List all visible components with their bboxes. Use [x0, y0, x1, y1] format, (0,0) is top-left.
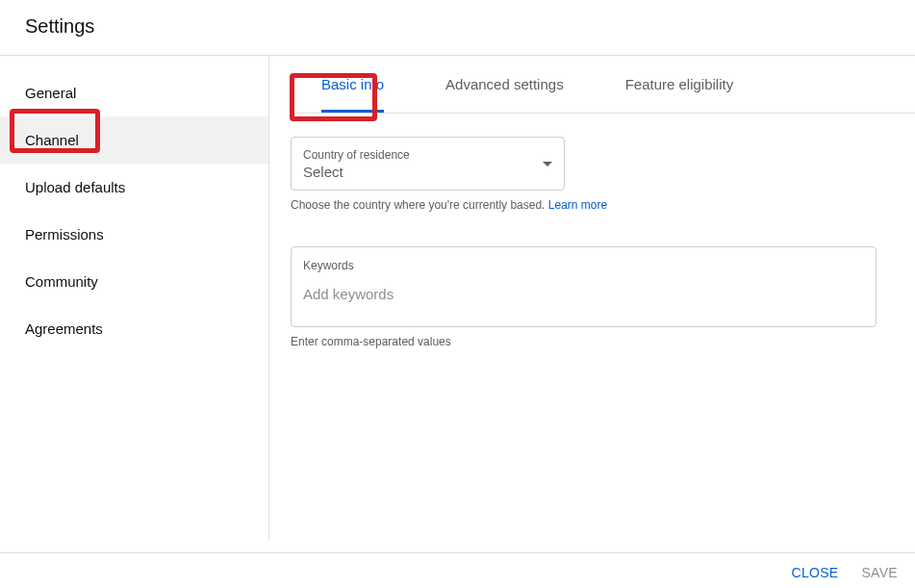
country-select-value: Select	[303, 164, 410, 180]
sidebar-item-label: General	[25, 85, 76, 101]
sidebar-item-label: Channel	[25, 132, 79, 148]
keywords-field[interactable]: Keywords	[291, 246, 877, 327]
sidebar-item-general[interactable]: General	[0, 69, 268, 116]
tab-label: Basic info	[321, 76, 384, 92]
sidebar-item-label: Permissions	[25, 226, 104, 243]
tab-basic-info[interactable]: Basic info	[291, 56, 415, 113]
chevron-down-icon	[543, 162, 552, 166]
settings-body: General Channel Upload defaults Permissi…	[0, 56, 915, 540]
country-helper: Choose the country where you're currentl…	[291, 198, 877, 212]
save-button[interactable]: SAVE	[861, 565, 898, 580]
tab-content: Country of residence Select Choose the c…	[291, 114, 915, 348]
settings-main: Basic info Advanced settings Feature eli…	[269, 56, 915, 540]
sidebar-item-upload-defaults[interactable]: Upload defaults	[0, 164, 268, 211]
tab-feature-eligibility[interactable]: Feature eligibility	[595, 56, 765, 113]
tab-label: Feature eligibility	[625, 76, 734, 92]
country-learn-more-link[interactable]: Learn more	[548, 198, 607, 212]
country-helper-text: Choose the country where you're currentl…	[291, 198, 548, 212]
tab-advanced-settings[interactable]: Advanced settings	[415, 56, 595, 113]
sidebar-item-agreements[interactable]: Agreements	[0, 305, 268, 352]
sidebar-item-label: Community	[25, 273, 98, 290]
country-select-label: Country of residence	[303, 148, 410, 162]
keywords-label: Keywords	[303, 259, 864, 272]
sidebar-item-community[interactable]: Community	[0, 258, 268, 305]
sidebar-item-label: Agreements	[25, 320, 103, 337]
sidebar-item-channel[interactable]: Channel	[0, 116, 268, 164]
settings-sidebar: General Channel Upload defaults Permissi…	[0, 56, 269, 540]
keywords-input[interactable]	[303, 286, 864, 302]
settings-footer: CLOSE SAVE	[0, 552, 915, 588]
tab-label: Advanced settings	[445, 76, 564, 92]
country-select-inner: Country of residence Select	[303, 148, 410, 180]
close-button[interactable]: CLOSE	[792, 565, 839, 580]
sidebar-item-permissions[interactable]: Permissions	[0, 211, 268, 258]
page-title: Settings	[25, 15, 915, 38]
settings-tabs: Basic info Advanced settings Feature eli…	[291, 56, 915, 114]
keywords-helper: Enter comma-separated values	[291, 335, 877, 348]
settings-header: Settings	[0, 0, 915, 56]
country-select[interactable]: Country of residence Select	[291, 137, 565, 191]
sidebar-item-label: Upload defaults	[25, 179, 125, 195]
